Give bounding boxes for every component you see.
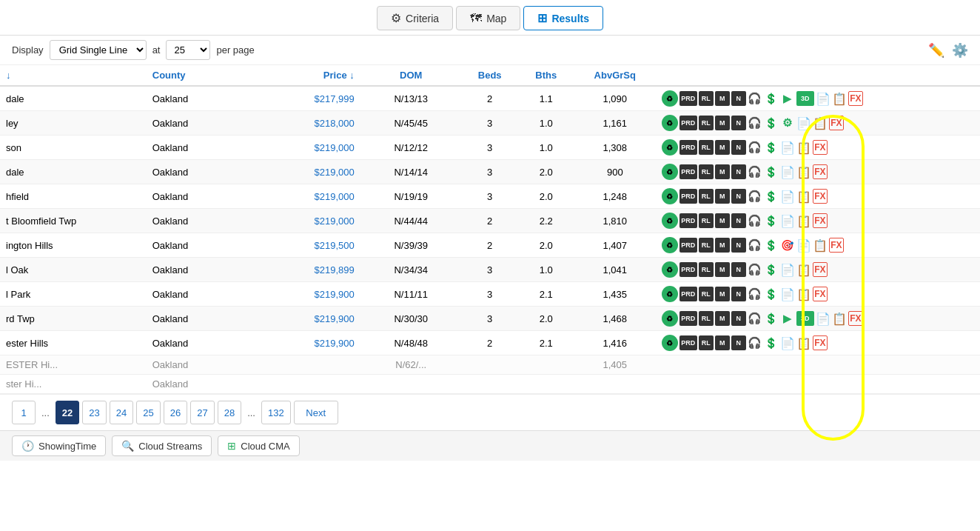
headphone-icon[interactable]: 🎧	[748, 189, 762, 204]
doc-blue-icon[interactable]: 📄	[780, 213, 795, 228]
n-icon[interactable]: N	[731, 287, 746, 301]
showingtime-button[interactable]: 🕐 ShowingTime	[12, 435, 106, 456]
doc-green-icon[interactable]: 📋	[813, 238, 828, 253]
page-btn-22[interactable]: 22	[56, 401, 79, 424]
doc-green-icon[interactable]: 📋	[796, 335, 811, 350]
m-icon[interactable]: M	[715, 116, 730, 130]
fx-icon[interactable]: FX	[848, 311, 863, 326]
cell-price[interactable]: $219,000	[248, 160, 360, 184]
refresh-icon[interactable]: ♻	[662, 139, 678, 156]
n-icon[interactable]: N	[731, 140, 746, 155]
headphone-icon[interactable]: 🎧	[748, 91, 762, 106]
cell-price[interactable]: $217,999	[248, 86, 360, 111]
page-btn-1[interactable]: 1	[12, 401, 36, 424]
n-icon[interactable]: N	[731, 189, 746, 204]
fx-icon[interactable]: FX	[829, 238, 844, 253]
doc-green-icon[interactable]: 📋	[832, 311, 847, 326]
n-icon[interactable]: N	[731, 213, 746, 228]
rl-icon[interactable]: RL	[699, 189, 714, 204]
headphone-icon[interactable]: 🎧	[748, 213, 762, 228]
3d-icon[interactable]: 3D	[796, 311, 814, 326]
doc-blue-icon[interactable]: 📄	[796, 116, 811, 130]
prd-icon[interactable]: PRD	[679, 262, 697, 277]
doc-blue-icon[interactable]: 📄	[780, 164, 795, 179]
3d-icon[interactable]: 3D	[796, 91, 814, 106]
dollar-icon[interactable]: 💲	[764, 238, 779, 253]
cell-price[interactable]: $219,900	[248, 307, 360, 331]
doc-green-icon[interactable]: 📋	[796, 262, 811, 277]
rl-icon[interactable]: RL	[699, 238, 714, 253]
fx-icon[interactable]: FX	[813, 287, 828, 301]
m-icon[interactable]: M	[715, 238, 730, 253]
m-icon[interactable]: M	[715, 335, 730, 350]
rl-icon[interactable]: RL	[699, 311, 714, 326]
dollar-icon[interactable]: 💲	[764, 116, 779, 130]
dollar-icon[interactable]: 💲	[764, 189, 779, 204]
headphone-icon[interactable]: 🎧	[748, 335, 762, 350]
page-btn-27[interactable]: 27	[190, 401, 214, 424]
prd-icon[interactable]: PRD	[679, 189, 697, 204]
dollar-icon[interactable]: 💲	[764, 140, 779, 155]
page-btn-23[interactable]: 23	[82, 401, 106, 424]
tab-criteria[interactable]: ⚙ Criteria	[377, 6, 453, 30]
cell-price[interactable]: $219,000	[248, 184, 360, 209]
rl-icon[interactable]: RL	[699, 262, 714, 277]
prd-icon[interactable]: PRD	[679, 140, 697, 155]
doc-blue-icon[interactable]: 📄	[816, 311, 830, 326]
display-select[interactable]: Grid Single Line Grid Multi Line List Vi…	[50, 40, 147, 60]
fx-icon[interactable]: FX	[813, 335, 828, 350]
target-icon[interactable]: 🎯	[780, 238, 795, 253]
refresh-icon[interactable]: ♻	[662, 213, 678, 229]
n-icon[interactable]: N	[731, 91, 746, 106]
cell-price[interactable]: $219,500	[248, 233, 360, 258]
headphone-icon[interactable]: 🎧	[748, 164, 762, 179]
cell-price[interactable]: $219,899	[248, 258, 360, 282]
doc-blue-icon[interactable]: 📄	[796, 238, 811, 253]
headphone-icon[interactable]: 🎧	[748, 311, 762, 326]
col-header-bths[interactable]: Bths	[518, 65, 574, 86]
dollar-icon[interactable]: 💲	[764, 164, 779, 179]
refresh-icon[interactable]: ♻	[662, 90, 678, 107]
doc-blue-icon[interactable]: 📄	[780, 335, 795, 350]
fx-icon[interactable]: FX	[829, 116, 844, 130]
prd-icon[interactable]: PRD	[679, 335, 697, 350]
cell-price[interactable]: $219,000	[248, 209, 360, 233]
cloud-streams-button[interactable]: 🔍 Cloud Streams	[112, 435, 212, 456]
doc-blue-icon[interactable]: 📄	[780, 189, 795, 204]
prd-icon[interactable]: PRD	[679, 238, 697, 253]
doc-blue-icon[interactable]: 📄	[780, 287, 795, 301]
fx-icon[interactable]: FX	[813, 262, 828, 277]
refresh-icon[interactable]: ♻	[662, 335, 678, 351]
refresh-icon[interactable]: ♻	[662, 310, 678, 327]
refresh-icon[interactable]: ♻	[662, 115, 678, 131]
m-icon[interactable]: M	[715, 262, 730, 277]
cell-price[interactable]: $219,900	[248, 331, 360, 355]
cell-price[interactable]: $218,000	[248, 111, 360, 136]
rl-icon[interactable]: RL	[699, 116, 714, 130]
per-page-select[interactable]: 10 25 50 100	[166, 40, 210, 60]
rl-icon[interactable]: RL	[699, 335, 714, 350]
next-button[interactable]: Next	[294, 401, 338, 424]
headphone-icon[interactable]: 🎧	[748, 287, 762, 301]
page-btn-26[interactable]: 26	[164, 401, 187, 424]
m-icon[interactable]: M	[715, 140, 730, 155]
headphone-icon[interactable]: 🎧	[748, 116, 762, 130]
doc-green-icon[interactable]: 📋	[796, 164, 811, 179]
prd-icon[interactable]: PRD	[679, 91, 697, 106]
col-header-abvgrsq[interactable]: AbvGrSq	[574, 65, 656, 86]
rl-icon[interactable]: RL	[699, 213, 714, 228]
edit-button[interactable]: ✏️	[928, 42, 944, 59]
video-icon[interactable]: ▶	[780, 91, 795, 106]
doc-green-icon[interactable]: 📋	[813, 116, 828, 130]
video-icon[interactable]: ▶	[780, 311, 795, 326]
fx-icon[interactable]: FX	[813, 213, 828, 228]
dollar-icon[interactable]: 💲	[764, 213, 779, 228]
prd-icon[interactable]: PRD	[679, 116, 697, 130]
refresh-icon[interactable]: ♻	[662, 164, 678, 180]
m-icon[interactable]: M	[715, 213, 730, 228]
doc-blue-icon[interactable]: 📄	[816, 91, 830, 106]
settings-button[interactable]: ⚙️	[952, 42, 968, 59]
col-header-dom[interactable]: DOM	[360, 65, 462, 86]
cloud-cma-button[interactable]: ⊞ Cloud CMA	[218, 435, 299, 456]
m-icon[interactable]: M	[715, 311, 730, 326]
